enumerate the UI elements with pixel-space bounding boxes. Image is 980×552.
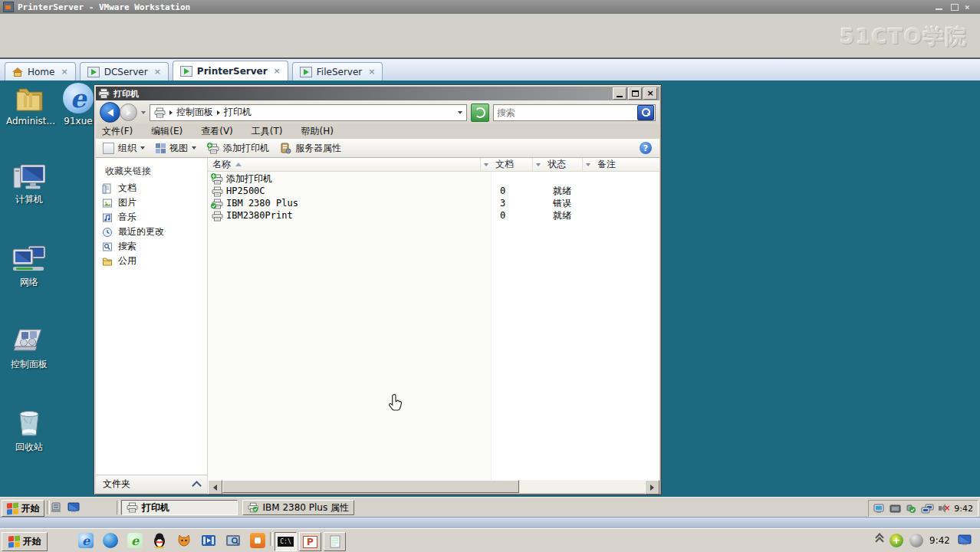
column-header-status[interactable]: 状态 [543,158,593,171]
list-row-ibm-2380-plus[interactable]: IBM 2380 Plus 3 错误 [208,197,659,209]
green-browser-icon[interactable]: e [127,533,143,548]
horizontal-scrollbar[interactable] [208,480,659,493]
column-header-comments[interactable]: 备注 [593,158,659,171]
browser-globe-icon[interactable] [103,533,118,548]
tab-close-icon[interactable]: × [274,66,281,76]
list-row-ibm2380print[interactable]: IBM2380Print 0 就绪 [208,209,659,222]
tab-close-icon[interactable]: × [61,67,67,77]
menu-tools[interactable]: 工具(T) [252,125,283,138]
guest-start-button[interactable]: 开始 [2,500,44,517]
watermark-51cto: 51CTO学院 [840,23,968,51]
swirl-app-icon[interactable] [909,534,923,547]
breadcrumb-printers[interactable]: 打印机 [224,106,252,119]
music-icon [102,212,113,223]
nav-item-pictures[interactable]: 图片 [102,196,136,209]
taskbar-button-printers[interactable]: 打印机 [121,500,238,515]
fox-mascot-icon[interactable] [176,533,192,548]
column-filter-status[interactable] [582,158,593,171]
help-button[interactable]: ? [640,142,652,154]
security-suite-icon[interactable]: + [890,534,903,547]
search-input[interactable] [495,107,637,119]
network-status-icon[interactable] [921,504,934,514]
tab-dcserver[interactable]: DCServer × [80,62,169,80]
printers-window-titlebar[interactable]: 打印机 × [96,87,659,100]
column-filter-documents[interactable] [532,158,543,171]
list-row-hp2500c[interactable]: HP2500C 0 就绪 [208,185,659,197]
guest-clock[interactable]: 9:42 [954,504,973,514]
scroll-right-button[interactable] [645,480,659,495]
office-app-icon[interactable] [250,533,265,548]
vmware-tools-icon[interactable] [890,504,901,513]
breadcrumb-control-panel[interactable]: 控制面板 [176,106,213,119]
show-desktop-icon[interactable] [67,502,81,515]
tab-close-icon[interactable]: × [368,67,375,77]
desktop-icon-recycle-bin[interactable]: 回收站 [5,408,54,454]
video-player-icon[interactable] [201,533,216,548]
address-dropdown-icon[interactable] [458,111,462,114]
qq-icon[interactable] [152,533,167,548]
add-printer-button[interactable]: 添加打印机 [207,142,269,155]
host-taskbar-button-powerpoint[interactable]: P [299,532,321,551]
vmware-minimize-button[interactable] [934,2,945,12]
back-button[interactable] [100,102,120,123]
windows-logo-icon [7,502,18,514]
forward-button[interactable] [120,104,137,121]
host-taskbar-button-cmd[interactable]: C:\ [275,532,297,551]
tab-home[interactable]: Home × [5,62,76,80]
host-clock[interactable]: 9:42 [929,535,950,546]
column-header-name[interactable]: 名称 [208,158,491,171]
menu-view[interactable]: 查看(V) [201,125,233,138]
organize-button[interactable]: 组织 [103,142,145,155]
display-settings-icon[interactable] [873,504,885,514]
server-manager-icon[interactable] [51,502,63,515]
views-icon [156,143,166,153]
nav-item-documents[interactable]: 文档 [102,182,136,195]
tab-fileserver[interactable]: FileServer × [292,62,383,80]
desktop-icon-computer[interactable]: 计算机 [5,163,54,206]
tab-close-icon[interactable]: × [154,67,161,77]
nav-item-public[interactable]: 公用 [102,255,136,268]
guest-system-tray: × 9:42 [868,500,978,517]
nav-item-searches[interactable]: 搜索 [102,240,136,253]
column-header-documents[interactable]: 文档 [491,158,543,171]
window-minimize-button[interactable] [613,87,626,100]
window-maximize-button[interactable] [628,87,642,100]
folders-band[interactable]: 文件夹 [96,475,207,493]
menu-edit[interactable]: 编辑(E) [151,125,183,138]
column-filter-name[interactable] [480,158,491,171]
printer-icon [211,210,223,222]
menu-file[interactable]: 文件(F) [102,125,133,138]
desktop-icon-network[interactable]: 网络 [5,245,54,289]
breadcrumb[interactable]: 控制面板 打印机 [150,104,467,121]
scrollbar-thumb[interactable] [222,480,519,493]
views-button[interactable]: 视图 [156,142,196,155]
nav-item-recent-changes[interactable]: 最近的更改 [102,225,164,238]
desktop-icon-administrator[interactable]: Administ... [6,83,55,127]
refresh-button[interactable] [471,104,489,122]
tray-expand-chevron-icon[interactable] [876,534,883,544]
host-taskbar-button-notepad[interactable] [324,532,346,551]
scroll-left-button[interactable] [208,480,222,495]
show-desktop-icon[interactable] [957,534,974,547]
control-panel-icon [12,327,46,356]
tab-printerserver[interactable]: PrinterServer × [173,61,288,80]
menu-help[interactable]: 帮助(H) [301,125,334,138]
history-dropdown-icon[interactable] [141,111,146,114]
list-row-add-printer[interactable]: 添加打印机 [208,172,659,185]
folder-icon [15,83,47,113]
window-close-button[interactable]: × [643,87,657,100]
taskbar-button-ibm-2380-properties[interactable]: IBM 2380 Plus 属性 [242,500,354,515]
host-start-button[interactable]: 开始 [2,532,48,551]
vmware-close-button[interactable]: × [965,2,975,12]
vmware-titlebar: PrinterServer - VMware Workstation × [0,0,980,14]
search-button[interactable] [637,105,654,120]
volume-muted-icon[interactable]: × [939,504,949,513]
desktop-icon-control-panel[interactable]: 控制面板 [5,327,54,371]
nav-item-music[interactable]: 音乐 [102,211,136,224]
windows-logo-icon [8,535,20,547]
internet-explorer-icon[interactable]: e [78,533,94,548]
vmware-maximize-button[interactable] [949,2,960,12]
screen-recorder-icon[interactable] [225,533,241,548]
hardware-connected-icon[interactable] [906,504,916,514]
server-properties-button[interactable]: 服务器属性 [280,142,341,155]
